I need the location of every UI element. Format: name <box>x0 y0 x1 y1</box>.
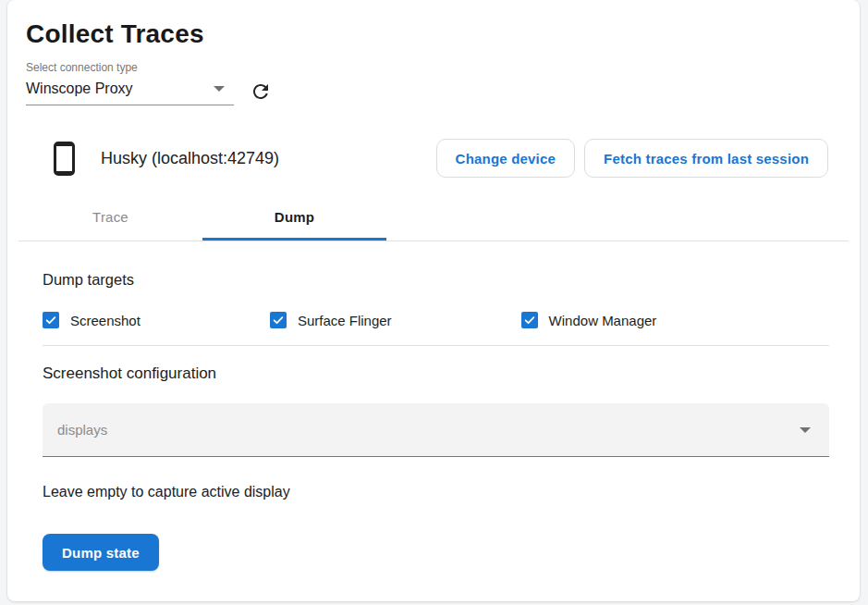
section-divider <box>43 345 829 346</box>
checkbox-checked-icon <box>43 312 59 328</box>
checkbox-label: Window Manager <box>549 313 657 328</box>
checkbox-window-manager[interactable]: Window Manager <box>521 312 657 328</box>
page-title: Collect Traces <box>26 19 841 50</box>
displays-placeholder: displays <box>57 422 107 438</box>
refresh-button[interactable] <box>249 80 273 104</box>
card-header: Collect Traces Select connection type Wi… <box>7 0 860 241</box>
connection-type-select[interactable]: Winscope Proxy <box>26 77 234 105</box>
fetch-last-session-button[interactable]: Fetch traces from last session <box>584 139 828 178</box>
displays-select-field[interactable]: displays <box>43 403 829 457</box>
checkbox-label: Surface Flinger <box>298 313 392 328</box>
dump-targets-heading: Dump targets <box>43 270 829 289</box>
connection-type-label: Select connection type <box>26 61 841 74</box>
connected-device-row: Husky (localhost:42749) Change device Fe… <box>26 137 841 179</box>
connection-type-value: Winscope Proxy <box>26 80 133 97</box>
chevron-down-icon <box>214 86 225 92</box>
tab-trace[interactable]: Trace <box>18 193 202 241</box>
chevron-down-icon <box>800 427 811 433</box>
checkbox-surface-flinger[interactable]: Surface Flinger <box>270 312 392 328</box>
refresh-icon <box>250 80 272 103</box>
dump-state-button[interactable]: Dump state <box>43 534 159 571</box>
device-actions: Change device Fetch traces from last ses… <box>436 139 828 178</box>
checkbox-label: Screenshot <box>70 313 141 328</box>
dump-tab-panel: Dump targets Screenshot Surface Flinger … <box>7 270 860 571</box>
device-name: Husky (localhost:42749) <box>101 149 279 168</box>
checkbox-screenshot[interactable]: Screenshot <box>43 312 141 328</box>
screenshot-config-heading: Screenshot configuration <box>43 364 829 383</box>
tab-dump[interactable]: Dump <box>202 193 386 241</box>
dump-targets-row: Screenshot Surface Flinger Window Manage… <box>43 312 829 328</box>
checkbox-checked-icon <box>270 312 287 328</box>
field-helper-text: Leave empty to capture active display <box>43 484 829 500</box>
trace-dump-tabs: Trace Dump <box>18 193 849 241</box>
connection-row: Winscope Proxy <box>26 77 841 105</box>
collect-traces-card: Collect Traces Select connection type Wi… <box>7 0 860 601</box>
checkbox-checked-icon <box>521 312 538 328</box>
smartphone-icon <box>54 142 75 176</box>
change-device-button[interactable]: Change device <box>436 139 575 178</box>
